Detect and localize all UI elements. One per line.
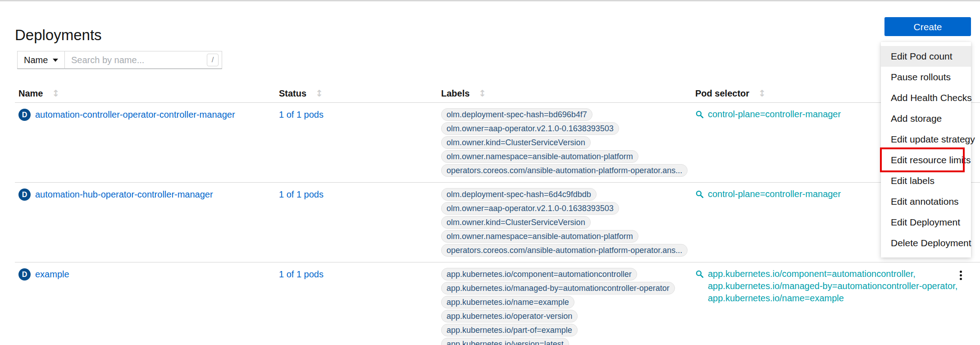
create-deployment-button[interactable]: Create Deployment xyxy=(884,17,971,36)
search-icon xyxy=(695,190,704,200)
search-input[interactable] xyxy=(65,51,222,69)
labels-cell: olm.deployment-spec-hash=6d4c9fdbdbolm.o… xyxy=(438,188,692,258)
deployment-resource-badge: D xyxy=(18,109,31,121)
column-header-status[interactable]: Status↕ xyxy=(275,88,438,102)
labels-list: olm.deployment-spec-hash=bd696b4f7olm.ow… xyxy=(441,108,684,177)
menu-item-edit-pod-count[interactable]: Edit Pod count xyxy=(881,46,971,67)
deployments-page: Deployments Create Deployment Name / Nam… xyxy=(0,0,980,345)
pod-status-link[interactable]: 1 of 1 pods xyxy=(279,189,324,199)
pod-selector-lines: app.kubernetes.io/component=automationco… xyxy=(708,268,934,304)
name-cell: D automation-hub-operator-controller-man… xyxy=(15,188,275,258)
table-row: D automation-hub-operator-controller-man… xyxy=(15,183,980,262)
pod-selector-cell: app.kubernetes.io/component=automationco… xyxy=(692,268,934,345)
table-body: D automation-controller-operator-control… xyxy=(15,103,980,345)
label-chip[interactable]: app.kubernetes.io/name=example xyxy=(441,296,574,308)
pod-selector-link[interactable]: app.kubernetes.io/component=automationco… xyxy=(708,268,934,280)
menu-item-edit-annotations[interactable]: Edit annotations xyxy=(881,191,971,212)
labels-cell: app.kubernetes.io/component=automationco… xyxy=(438,268,692,345)
label-chip[interactable]: app.kubernetes.io/operator-version xyxy=(441,310,578,322)
menu-item-pause-rollouts[interactable]: Pause rollouts xyxy=(881,67,971,87)
top-divider xyxy=(0,0,980,1)
deployment-resource-badge: D xyxy=(18,189,31,201)
kebab-menu-icon[interactable] xyxy=(956,271,965,284)
menu-item-edit-resource-limits[interactable]: Edit resource limits xyxy=(881,150,971,170)
deployment-resource-badge: D xyxy=(18,268,31,281)
search-icon xyxy=(695,110,704,120)
status-cell: 1 of 1 pods xyxy=(275,268,438,345)
name-cell: D automation-controller-operator-control… xyxy=(15,108,275,178)
status-cell: 1 of 1 pods xyxy=(275,108,438,178)
label-chip[interactable]: app.kubernetes.io/part-of=example xyxy=(441,324,578,336)
menu-item-edit-update-strategy[interactable]: Edit update strategy xyxy=(881,129,971,150)
deployment-name-link[interactable]: automation-controller-operator-controlle… xyxy=(35,108,235,121)
label-chip[interactable]: app.kubernetes.io/version=latest xyxy=(441,338,569,345)
status-cell: 1 of 1 pods xyxy=(275,188,438,258)
pod-selector-link[interactable]: app.kubernetes.io/managed-by=automationc… xyxy=(708,280,934,292)
menu-item-add-health-checks[interactable]: Add Health Checks xyxy=(881,87,971,108)
column-header-labels[interactable]: Labels↕ xyxy=(438,88,692,102)
label-chip[interactable]: app.kubernetes.io/component=automationco… xyxy=(441,268,637,281)
sort-icon[interactable]: ↕ xyxy=(758,88,766,99)
deployments-table: Name↕Status↕Labels↕Pod selector↕ D autom… xyxy=(15,88,980,345)
label-chip[interactable]: operators.coreos.com/ansible-automation-… xyxy=(441,164,688,177)
table-header-row: Name↕Status↕Labels↕Pod selector↕ xyxy=(15,88,980,103)
menu-item-add-storage[interactable]: Add storage xyxy=(881,108,971,129)
sort-icon[interactable]: ↕ xyxy=(52,88,59,99)
label-chip[interactable]: app.kubernetes.io/managed-by=automationc… xyxy=(441,282,675,294)
pod-selector-link[interactable]: app.kubernetes.io/name=example xyxy=(708,292,934,304)
label-chip[interactable]: olm.owner.kind=ClusterServiceVersion xyxy=(441,216,591,229)
labels-cell: olm.deployment-spec-hash=bd696b4f7olm.ow… xyxy=(438,108,692,178)
column-header-label: Name xyxy=(18,88,43,99)
label-chip[interactable]: olm.deployment-spec-hash=6d4c9fdbdb xyxy=(441,188,597,201)
sort-icon[interactable]: ↕ xyxy=(479,88,486,99)
menu-item-edit-deployment[interactable]: Edit Deployment xyxy=(881,212,971,233)
deployment-name-link[interactable]: example xyxy=(35,268,69,281)
row-actions-menu: Edit Pod countPause rolloutsAdd Health C… xyxy=(881,42,971,258)
label-chip[interactable]: olm.deployment-spec-hash=bd696b4f7 xyxy=(441,108,593,121)
column-header-label: Pod selector xyxy=(695,88,749,99)
label-chip[interactable]: olm.owner.kind=ClusterServiceVersion xyxy=(441,136,591,149)
column-header-label: Status xyxy=(279,88,306,99)
label-chip[interactable]: operators.coreos.com/ansible-automation-… xyxy=(441,244,688,257)
pod-status-link[interactable]: 1 of 1 pods xyxy=(279,110,324,120)
labels-list: olm.deployment-spec-hash=6d4c9fdbdbolm.o… xyxy=(441,188,684,257)
filter-type-dropdown[interactable]: Name xyxy=(17,51,65,69)
table-row: D example 1 of 1 pods app.kubernetes.io/… xyxy=(15,262,980,345)
filter-toolbar: Name / xyxy=(17,51,222,69)
deployment-name-link[interactable]: automation-hub-operator-controller-manag… xyxy=(35,188,213,201)
column-header-label: Labels xyxy=(441,88,469,99)
label-chip[interactable]: olm.owner.namespace=ansible-automation-p… xyxy=(441,150,638,163)
label-chip[interactable]: olm.owner=aap-operator.v2.1.0-0.16383935… xyxy=(441,122,619,135)
column-header-name[interactable]: Name↕ xyxy=(15,88,275,102)
page-title: Deployments xyxy=(15,26,102,44)
kebab-cell xyxy=(934,268,980,345)
pod-status-link[interactable]: 1 of 1 pods xyxy=(279,269,324,279)
menu-item-edit-labels[interactable]: Edit labels xyxy=(881,170,971,191)
label-chip[interactable]: olm.owner.namespace=ansible-automation-p… xyxy=(441,230,638,243)
table-row: D automation-controller-operator-control… xyxy=(15,103,980,183)
label-chip[interactable]: olm.owner=aap-operator.v2.1.0-0.16383935… xyxy=(441,202,619,215)
caret-down-icon xyxy=(53,59,58,62)
menu-item-delete-deployment[interactable]: Delete Deployment xyxy=(881,233,971,253)
search-shortcut-key: / xyxy=(207,54,219,66)
search-icon xyxy=(695,270,704,280)
labels-list: app.kubernetes.io/component=automationco… xyxy=(441,268,684,345)
filter-type-label: Name xyxy=(24,55,48,65)
sort-icon[interactable]: ↕ xyxy=(315,88,323,99)
name-cell: D example xyxy=(15,268,275,345)
